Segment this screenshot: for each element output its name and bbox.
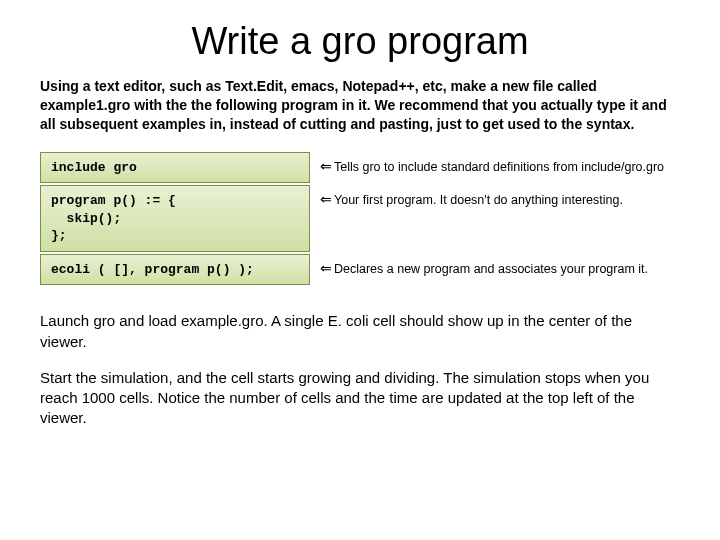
left-arrow-icon: ⇐ bbox=[320, 259, 332, 277]
code-row: ecoli ( [], program p() ); ⇐Declares a n… bbox=[40, 254, 680, 286]
code-block: program p() := { skip(); }; bbox=[40, 185, 310, 252]
explain-text: Declares a new program and associates yo… bbox=[334, 262, 648, 276]
intro-paragraph: Using a text editor, such as Text.Edit, … bbox=[40, 77, 680, 134]
code-row: program p() := { skip(); }; ⇐Your first … bbox=[40, 185, 680, 252]
explain-text: Your first program. It doesn't do anythi… bbox=[334, 193, 623, 207]
code-explain: ⇐Declares a new program and associates y… bbox=[310, 254, 680, 277]
outro-paragraph: Launch gro and load example.gro. A singl… bbox=[40, 311, 680, 352]
left-arrow-icon: ⇐ bbox=[320, 157, 332, 175]
left-arrow-icon: ⇐ bbox=[320, 190, 332, 208]
explain-text: Tells gro to include standard definition… bbox=[334, 160, 664, 174]
slide-content: Write a gro program Using a text editor,… bbox=[0, 0, 720, 465]
code-block: ecoli ( [], program p() ); bbox=[40, 254, 310, 286]
code-row: include gro ⇐Tells gro to include standa… bbox=[40, 152, 680, 184]
code-explain: ⇐Your first program. It doesn't do anyth… bbox=[310, 185, 680, 208]
slide-title: Write a gro program bbox=[40, 20, 680, 63]
code-block: include gro bbox=[40, 152, 310, 184]
outro-section: Launch gro and load example.gro. A singl… bbox=[40, 311, 680, 428]
outro-paragraph: Start the simulation, and the cell start… bbox=[40, 368, 680, 429]
code-explain: ⇐Tells gro to include standard definitio… bbox=[310, 152, 680, 175]
